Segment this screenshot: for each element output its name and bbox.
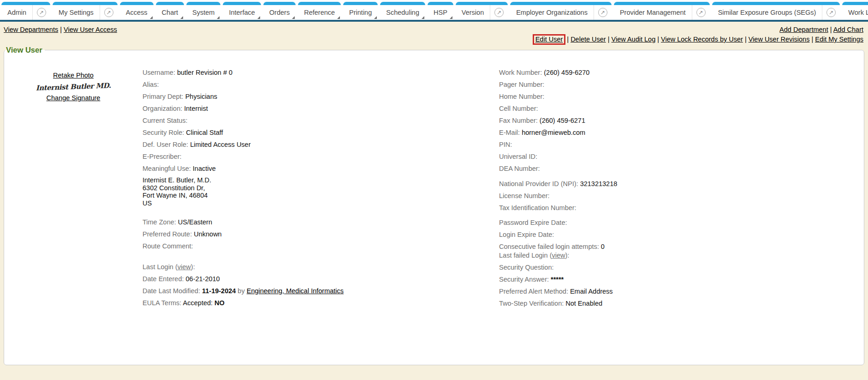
field-row: Tax Identification Number:: [499, 204, 864, 212]
field-row: Date Last Modified: 11-19-2024 by Engine…: [143, 287, 499, 296]
field-label: Date Entered:: [143, 275, 186, 283]
photo-column: Retake Photo Internist Butler MD. Change…: [4, 68, 143, 311]
tab-top-stripe: [614, 2, 710, 5]
field-label: DEA Number:: [499, 165, 540, 172]
right-links-bottom-group: Edit User | Delete User | View Audit Log…: [533, 36, 863, 43]
tab-top-stripe: [343, 2, 378, 5]
tab-external-segment[interactable]: ↗: [594, 5, 612, 20]
field-label: Home Number:: [499, 93, 544, 100]
tab-admin[interactable]: Admin↗: [1, 2, 50, 20]
tab-provider-management[interactable]: Provider Management↗: [614, 2, 710, 20]
view-link[interactable]: view: [178, 263, 191, 271]
tab-body: System: [186, 5, 220, 20]
tab-external-segment[interactable]: ↗: [32, 5, 50, 20]
field-value: US/Eastern: [178, 218, 212, 226]
tab-label: Employer Organizations: [510, 9, 594, 16]
tab-external-segment[interactable]: ↗: [692, 5, 710, 20]
field-row: Last Login (view):: [143, 263, 499, 271]
field-label: PIN:: [499, 141, 512, 148]
tab-orders[interactable]: Orders: [263, 2, 296, 20]
tab-top-stripe: [263, 2, 296, 5]
field-label: License Number:: [499, 192, 550, 199]
tab-external-segment[interactable]: ↗: [822, 5, 840, 20]
field-value-bold: 11-19-2024: [202, 287, 236, 295]
field-label: Organization:: [143, 105, 184, 112]
field-row: Consecutive failed login attempts: 0: [499, 242, 864, 251]
field-value: 06-21-2010: [186, 275, 220, 283]
field-row: Pager Number:: [499, 80, 864, 89]
tab-top-stripe: [456, 2, 508, 5]
field-label: Preferred Route:: [143, 230, 194, 238]
tab-body: Reference: [298, 5, 341, 20]
link-edit-user[interactable]: Edit User: [535, 36, 563, 43]
dropdown-corner-icon: [257, 16, 260, 19]
link-view-departments[interactable]: View Departments: [4, 26, 58, 33]
field-value-bold: *****: [551, 276, 564, 283]
field-label: Primary Dept:: [143, 93, 185, 100]
open-in-new-window-icon: ↗: [826, 8, 836, 17]
user-details-middle-column: Username: butler Revision # 0Alias: Prim…: [143, 68, 499, 311]
field-row: Username: butler Revision # 0: [143, 68, 499, 77]
tab-reference[interactable]: Reference: [298, 2, 341, 20]
modified-by-link[interactable]: Engineering, Medical Informatics: [247, 287, 344, 295]
field-row: License Number:: [499, 192, 864, 200]
tab-external-segment[interactable]: ↗: [490, 5, 508, 20]
field-row: Meaningful Use: Inactive: [143, 164, 499, 173]
change-signature-link[interactable]: Change Signature: [47, 94, 101, 102]
field-label: Username:: [143, 69, 177, 76]
field-row: Login Expire Date:: [499, 230, 864, 239]
tab-top-stripe: [120, 2, 154, 5]
tab-top-stripe: [53, 2, 118, 5]
dropdown-corner-icon: [337, 16, 340, 19]
tab-employer-organizations[interactable]: Employer Organizations↗: [510, 2, 612, 20]
link-view-user-revisions[interactable]: View User Revisions: [749, 36, 810, 43]
tab-top-stripe: [842, 2, 868, 5]
tab-body: Printing: [343, 5, 378, 20]
tab-top-stripe: [380, 2, 425, 5]
field-label: Preferred Alert Method:: [499, 288, 570, 295]
field-value: Limited Access User: [190, 141, 250, 148]
field-row: National Provider ID (NPI): 3213213218: [499, 180, 864, 188]
field-row: Date Entered: 06-21-2010: [143, 275, 499, 283]
open-in-new-window-icon: ↗: [598, 8, 607, 17]
tab-body: Similar Exposure Groups (SEGs)↗: [712, 5, 840, 20]
dropdown-corner-icon: [150, 16, 153, 19]
link-view-user-access[interactable]: View User Access: [64, 26, 117, 33]
field-row: Preferred Alert Method: Email Address: [499, 287, 864, 296]
field-label: Work Number:: [499, 69, 544, 76]
view-link[interactable]: view: [552, 252, 565, 259]
tab-label: HSP: [428, 9, 453, 16]
link-view-audit-log[interactable]: View Audit Log: [612, 36, 656, 43]
tab-similar-exposure-groups-segs[interactable]: Similar Exposure Groups (SEGs)↗: [712, 2, 840, 20]
tab-top-stripe: [223, 2, 261, 5]
dropdown-corner-icon: [217, 16, 220, 19]
field-value: Physicians: [185, 93, 217, 100]
link-view-lock-records-by-user[interactable]: View Lock Records by User: [661, 36, 743, 43]
field-label: Tax Identification Number:: [499, 204, 577, 211]
tab-printing[interactable]: Printing: [343, 2, 378, 20]
field-row: Organization: Internist: [143, 104, 499, 113]
tab-label: Reference: [298, 9, 341, 16]
tab-hsp[interactable]: HSP: [428, 2, 453, 20]
tab-label: Work Locations: [842, 9, 868, 16]
tab-work-locations[interactable]: Work Locations↗: [842, 2, 868, 20]
tab-top-stripe: [298, 2, 341, 5]
retake-photo-link[interactable]: Retake Photo: [53, 72, 94, 79]
tab-access[interactable]: Access: [120, 2, 154, 20]
tab-scheduling[interactable]: Scheduling: [380, 2, 425, 20]
tab-chart[interactable]: Chart: [156, 2, 184, 20]
separator: |: [828, 26, 833, 33]
tab-version[interactable]: Version↗: [456, 2, 508, 20]
tab-interface[interactable]: Interface: [223, 2, 261, 20]
field-label-by: by: [236, 287, 246, 295]
link-add-department[interactable]: Add Department: [779, 26, 828, 33]
link-edit-my-settings[interactable]: Edit My Settings: [815, 36, 863, 43]
link-delete-user[interactable]: Delete User: [571, 36, 606, 43]
tab-my-settings[interactable]: My Settings↗: [53, 2, 118, 20]
page-title: View User: [5, 46, 45, 54]
link-add-chart[interactable]: Add Chart: [833, 26, 863, 33]
field-label: National Provider ID (NPI):: [499, 180, 580, 187]
tab-external-segment[interactable]: ↗: [100, 5, 118, 20]
tab-system[interactable]: System: [186, 2, 220, 20]
tab-body: Work Locations↗: [842, 5, 868, 20]
